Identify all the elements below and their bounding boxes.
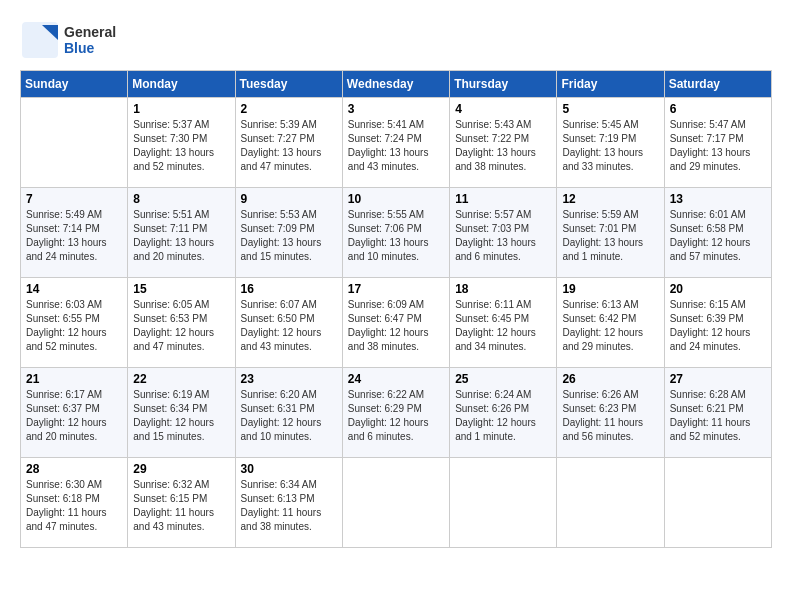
day-info: Sunrise: 6:01 AM Sunset: 6:58 PM Dayligh…: [670, 208, 766, 264]
day-number: 1: [133, 102, 229, 116]
day-number: 4: [455, 102, 551, 116]
day-number: 13: [670, 192, 766, 206]
day-number: 8: [133, 192, 229, 206]
day-cell: 20Sunrise: 6:15 AM Sunset: 6:39 PM Dayli…: [664, 278, 771, 368]
logo-general-text: General: [64, 24, 116, 40]
day-number: 6: [670, 102, 766, 116]
day-cell: 14Sunrise: 6:03 AM Sunset: 6:55 PM Dayli…: [21, 278, 128, 368]
day-info: Sunrise: 6:20 AM Sunset: 6:31 PM Dayligh…: [241, 388, 337, 444]
day-cell: 19Sunrise: 6:13 AM Sunset: 6:42 PM Dayli…: [557, 278, 664, 368]
day-cell: 29Sunrise: 6:32 AM Sunset: 6:15 PM Dayli…: [128, 458, 235, 548]
day-cell: 28Sunrise: 6:30 AM Sunset: 6:18 PM Dayli…: [21, 458, 128, 548]
week-row-3: 14Sunrise: 6:03 AM Sunset: 6:55 PM Dayli…: [21, 278, 772, 368]
header-saturday: Saturday: [664, 71, 771, 98]
day-number: 9: [241, 192, 337, 206]
day-cell: 4Sunrise: 5:43 AM Sunset: 7:22 PM Daylig…: [450, 98, 557, 188]
day-number: 15: [133, 282, 229, 296]
day-info: Sunrise: 5:41 AM Sunset: 7:24 PM Dayligh…: [348, 118, 444, 174]
day-number: 5: [562, 102, 658, 116]
day-cell: 10Sunrise: 5:55 AM Sunset: 7:06 PM Dayli…: [342, 188, 449, 278]
logo-blue-text: Blue: [64, 40, 116, 56]
day-cell: 17Sunrise: 6:09 AM Sunset: 6:47 PM Dayli…: [342, 278, 449, 368]
day-cell: 22Sunrise: 6:19 AM Sunset: 6:34 PM Dayli…: [128, 368, 235, 458]
page-header: General Blue: [20, 20, 772, 60]
day-cell: [557, 458, 664, 548]
week-row-2: 7Sunrise: 5:49 AM Sunset: 7:14 PM Daylig…: [21, 188, 772, 278]
day-cell: 16Sunrise: 6:07 AM Sunset: 6:50 PM Dayli…: [235, 278, 342, 368]
day-number: 29: [133, 462, 229, 476]
day-cell: 7Sunrise: 5:49 AM Sunset: 7:14 PM Daylig…: [21, 188, 128, 278]
header-tuesday: Tuesday: [235, 71, 342, 98]
day-number: 24: [348, 372, 444, 386]
day-info: Sunrise: 6:13 AM Sunset: 6:42 PM Dayligh…: [562, 298, 658, 354]
day-number: 27: [670, 372, 766, 386]
day-number: 20: [670, 282, 766, 296]
day-number: 21: [26, 372, 122, 386]
day-number: 19: [562, 282, 658, 296]
day-cell: 27Sunrise: 6:28 AM Sunset: 6:21 PM Dayli…: [664, 368, 771, 458]
day-info: Sunrise: 5:59 AM Sunset: 7:01 PM Dayligh…: [562, 208, 658, 264]
day-number: 18: [455, 282, 551, 296]
day-info: Sunrise: 6:19 AM Sunset: 6:34 PM Dayligh…: [133, 388, 229, 444]
day-info: Sunrise: 6:05 AM Sunset: 6:53 PM Dayligh…: [133, 298, 229, 354]
day-info: Sunrise: 5:45 AM Sunset: 7:19 PM Dayligh…: [562, 118, 658, 174]
day-number: 11: [455, 192, 551, 206]
day-info: Sunrise: 6:32 AM Sunset: 6:15 PM Dayligh…: [133, 478, 229, 534]
day-info: Sunrise: 6:17 AM Sunset: 6:37 PM Dayligh…: [26, 388, 122, 444]
day-info: Sunrise: 5:43 AM Sunset: 7:22 PM Dayligh…: [455, 118, 551, 174]
day-info: Sunrise: 5:39 AM Sunset: 7:27 PM Dayligh…: [241, 118, 337, 174]
day-cell: 9Sunrise: 5:53 AM Sunset: 7:09 PM Daylig…: [235, 188, 342, 278]
day-number: 12: [562, 192, 658, 206]
header-monday: Monday: [128, 71, 235, 98]
day-info: Sunrise: 6:30 AM Sunset: 6:18 PM Dayligh…: [26, 478, 122, 534]
day-number: 16: [241, 282, 337, 296]
day-info: Sunrise: 6:24 AM Sunset: 6:26 PM Dayligh…: [455, 388, 551, 444]
day-info: Sunrise: 5:47 AM Sunset: 7:17 PM Dayligh…: [670, 118, 766, 174]
day-info: Sunrise: 6:26 AM Sunset: 6:23 PM Dayligh…: [562, 388, 658, 444]
day-number: 26: [562, 372, 658, 386]
day-cell: 6Sunrise: 5:47 AM Sunset: 7:17 PM Daylig…: [664, 98, 771, 188]
day-number: 25: [455, 372, 551, 386]
day-cell: 13Sunrise: 6:01 AM Sunset: 6:58 PM Dayli…: [664, 188, 771, 278]
header-wednesday: Wednesday: [342, 71, 449, 98]
day-number: 14: [26, 282, 122, 296]
day-info: Sunrise: 5:57 AM Sunset: 7:03 PM Dayligh…: [455, 208, 551, 264]
day-info: Sunrise: 5:51 AM Sunset: 7:11 PM Dayligh…: [133, 208, 229, 264]
day-info: Sunrise: 6:28 AM Sunset: 6:21 PM Dayligh…: [670, 388, 766, 444]
calendar-table: SundayMondayTuesdayWednesdayThursdayFrid…: [20, 70, 772, 548]
day-number: 28: [26, 462, 122, 476]
day-info: Sunrise: 5:37 AM Sunset: 7:30 PM Dayligh…: [133, 118, 229, 174]
day-info: Sunrise: 6:09 AM Sunset: 6:47 PM Dayligh…: [348, 298, 444, 354]
day-number: 30: [241, 462, 337, 476]
day-info: Sunrise: 6:07 AM Sunset: 6:50 PM Dayligh…: [241, 298, 337, 354]
day-cell: 30Sunrise: 6:34 AM Sunset: 6:13 PM Dayli…: [235, 458, 342, 548]
day-cell: 18Sunrise: 6:11 AM Sunset: 6:45 PM Dayli…: [450, 278, 557, 368]
day-info: Sunrise: 6:22 AM Sunset: 6:29 PM Dayligh…: [348, 388, 444, 444]
day-number: 10: [348, 192, 444, 206]
day-number: 7: [26, 192, 122, 206]
day-cell: [450, 458, 557, 548]
week-row-1: 1Sunrise: 5:37 AM Sunset: 7:30 PM Daylig…: [21, 98, 772, 188]
day-cell: 26Sunrise: 6:26 AM Sunset: 6:23 PM Dayli…: [557, 368, 664, 458]
week-row-5: 28Sunrise: 6:30 AM Sunset: 6:18 PM Dayli…: [21, 458, 772, 548]
header-friday: Friday: [557, 71, 664, 98]
day-cell: 3Sunrise: 5:41 AM Sunset: 7:24 PM Daylig…: [342, 98, 449, 188]
day-info: Sunrise: 6:03 AM Sunset: 6:55 PM Dayligh…: [26, 298, 122, 354]
header-row: SundayMondayTuesdayWednesdayThursdayFrid…: [21, 71, 772, 98]
day-cell: 23Sunrise: 6:20 AM Sunset: 6:31 PM Dayli…: [235, 368, 342, 458]
day-cell: 5Sunrise: 5:45 AM Sunset: 7:19 PM Daylig…: [557, 98, 664, 188]
day-number: 22: [133, 372, 229, 386]
day-cell: 2Sunrise: 5:39 AM Sunset: 7:27 PM Daylig…: [235, 98, 342, 188]
day-number: 3: [348, 102, 444, 116]
day-info: Sunrise: 6:34 AM Sunset: 6:13 PM Dayligh…: [241, 478, 337, 534]
logo-svg: [20, 20, 60, 60]
day-info: Sunrise: 6:11 AM Sunset: 6:45 PM Dayligh…: [455, 298, 551, 354]
day-cell: 21Sunrise: 6:17 AM Sunset: 6:37 PM Dayli…: [21, 368, 128, 458]
day-number: 17: [348, 282, 444, 296]
day-cell: [21, 98, 128, 188]
day-number: 2: [241, 102, 337, 116]
day-cell: [664, 458, 771, 548]
day-cell: 1Sunrise: 5:37 AM Sunset: 7:30 PM Daylig…: [128, 98, 235, 188]
day-cell: 8Sunrise: 5:51 AM Sunset: 7:11 PM Daylig…: [128, 188, 235, 278]
day-cell: 25Sunrise: 6:24 AM Sunset: 6:26 PM Dayli…: [450, 368, 557, 458]
